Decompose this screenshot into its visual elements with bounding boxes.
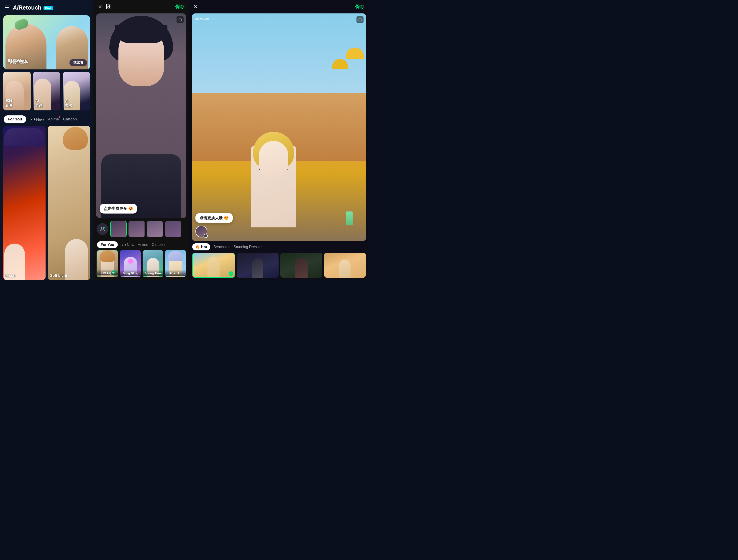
tab-cartoon[interactable]: Cartoon [63, 117, 77, 121]
style-hair [99, 250, 115, 262]
left-tabs: For You ✦New Anime Cartoon [0, 113, 93, 126]
mid-image-icon[interactable]: 🖼 [106, 4, 111, 10]
thumb-selected[interactable] [110, 221, 127, 237]
mid-tab-new[interactable]: ✦New [121, 243, 134, 247]
feature-label-ai-paint: AI绘画 [35, 99, 43, 108]
left-col-2: Soft Light [48, 126, 90, 280]
feature-grid: 移除背景 AI绘画 AI换脸 [0, 72, 93, 113]
click-face-bubble[interactable]: 点击更换人脸 😍 [196, 213, 233, 223]
right-compare-button[interactable]: ◫ [356, 16, 364, 23]
feature-card-ai-paint[interactable]: AI绘画 [33, 72, 61, 110]
person-add-button[interactable] [96, 223, 108, 235]
style-name-bling: Bling Bling [120, 270, 141, 276]
feature-card-ai-face[interactable]: AI换脸 [63, 72, 90, 110]
right-close-icon[interactable]: ✕ [194, 4, 198, 10]
thumb-beach-image-3 [280, 253, 322, 278]
tab-stunning-dresses[interactable]: Stunning Dresses [234, 245, 262, 249]
thumb-2[interactable] [128, 221, 145, 237]
left-panel: ☰ AIRetouch Pro+ 移除物体 试试看 移除背景 AI绘画 [0, 0, 93, 280]
right-tabs: 🔥 Hot Beachside Stunning Dresses [192, 243, 366, 250]
banner-card: 移除物体 试试看 [3, 15, 90, 69]
feature-label-remove-bg: 移除背景 [5, 99, 13, 108]
right-header: ✕ 保存 [189, 0, 369, 13]
right-thumb-4[interactable] [324, 253, 366, 278]
middle-panel: ✕ 🖼 保存 ◫ 点击生成更多 😍 [93, 0, 189, 280]
mid-header: ✕ 🖼 保存 [93, 0, 189, 13]
thumb-beach-image-1 [193, 253, 235, 277]
tab-for-you[interactable]: For You [4, 115, 26, 123]
tab-hot[interactable]: 🔥 Hot [192, 243, 210, 250]
mid-close-icon[interactable]: ✕ [98, 4, 102, 10]
right-person-body [246, 132, 301, 227]
tab-new[interactable]: ✦New [30, 117, 44, 122]
mid-thumbnails [93, 218, 189, 240]
mid-tabs: For You ✦New Anime Cartoon [93, 240, 189, 250]
app-logo: AIRetouch Pro+ [13, 4, 53, 11]
mid-main-image: ◫ 点击生成更多 😍 [96, 13, 186, 218]
watermark: rjshe.com [195, 17, 209, 20]
fresh-label: Fresh [5, 273, 15, 278]
style-spring-time[interactable]: Spring Time [142, 250, 163, 277]
person-add-icon [99, 226, 105, 232]
beach-person [207, 257, 220, 277]
right-panel: ✕ 保存 rjshe.com ◫ 点击更换人脸 😍 − [189, 0, 369, 280]
thumb-check-icon: ✓ [229, 271, 233, 276]
mid-tab-cartoon[interactable]: Cartoon [152, 243, 165, 247]
softlight-image [48, 126, 90, 280]
mid-style-grid: ✓ Soft Light Bling Bling Spring Time Pix… [93, 250, 189, 280]
left-content-grid: Fresh Soft Light [0, 126, 93, 280]
right-save-button[interactable]: 保存 [355, 4, 364, 10]
feature-card-remove-bg[interactable]: 移除背景 [3, 72, 31, 110]
banner-label: 移除物体 [8, 58, 28, 65]
thumb-beach-image-4 [324, 253, 366, 278]
menu-icon[interactable]: ☰ [5, 5, 9, 11]
thumb-beach-image-2 [237, 253, 279, 278]
left-col-1: Fresh [3, 126, 46, 280]
mid-save-button[interactable]: 保存 [175, 4, 184, 10]
softlight-label: Soft Light [50, 273, 67, 278]
thumb-3[interactable] [147, 221, 163, 237]
real-girl [65, 239, 88, 280]
feature-label-ai-face: AI换脸 [65, 99, 72, 108]
anime-hair [4, 128, 44, 146]
real-hair [63, 127, 88, 150]
thumb-image-3 [147, 221, 162, 237]
thumb-image-1 [111, 221, 126, 237]
right-main-image: rjshe.com ◫ 点击更换人脸 😍 − [192, 13, 366, 241]
click-more-bubble[interactable]: 点击生成更多 😍 [100, 204, 137, 213]
style-name-spring: Spring Time [142, 270, 163, 276]
beach-person-3 [295, 258, 308, 278]
style-soft-light[interactable]: ✓ Soft Light [96, 250, 118, 277]
tab-beachside[interactable]: Beachside [214, 245, 231, 249]
style-bling-bling[interactable]: Bling Bling [120, 250, 141, 277]
style-name-pixar: Pixar Art [165, 270, 186, 276]
mid-tab-for-you[interactable]: For You [97, 241, 118, 248]
right-thumb-2[interactable] [237, 253, 279, 278]
mid-bangs [115, 25, 167, 43]
style-pixar-art[interactable]: Pixar Art [165, 250, 186, 277]
avatar-dot: − [204, 234, 208, 238]
right-thumb-3[interactable] [280, 253, 322, 278]
softlight-card[interactable]: Soft Light [48, 126, 90, 280]
bling-glow [128, 259, 133, 263]
pixar-hair [168, 251, 183, 261]
pro-badge: Pro+ [43, 6, 53, 10]
mid-compare-button[interactable]: ◫ [176, 16, 183, 23]
right-thumb-grid: ✓ [192, 253, 366, 278]
mid-tab-anime[interactable]: Anime [138, 243, 148, 247]
beach-person-2 [252, 258, 263, 278]
thumb-4[interactable] [165, 221, 181, 237]
banner-try-button[interactable]: 试试看 [69, 59, 87, 66]
fresh-card[interactable]: Fresh [3, 126, 46, 280]
tab-anime[interactable]: Anime [48, 117, 59, 121]
thumb-image-4 [165, 221, 181, 237]
beach-person-4 [339, 259, 351, 278]
right-bottom: 🔥 Hot Beachside Stunning Dresses ✓ [189, 241, 369, 280]
thumb-image-2 [129, 221, 144, 237]
left-header: ☰ AIRetouch Pro+ [0, 0, 93, 15]
right-thumb-1[interactable]: ✓ [192, 253, 235, 278]
style-name-soft-light: Soft Light [97, 269, 118, 275]
fresh-image [3, 126, 46, 280]
anime-dot [59, 116, 60, 118]
drink-glass [346, 211, 353, 225]
